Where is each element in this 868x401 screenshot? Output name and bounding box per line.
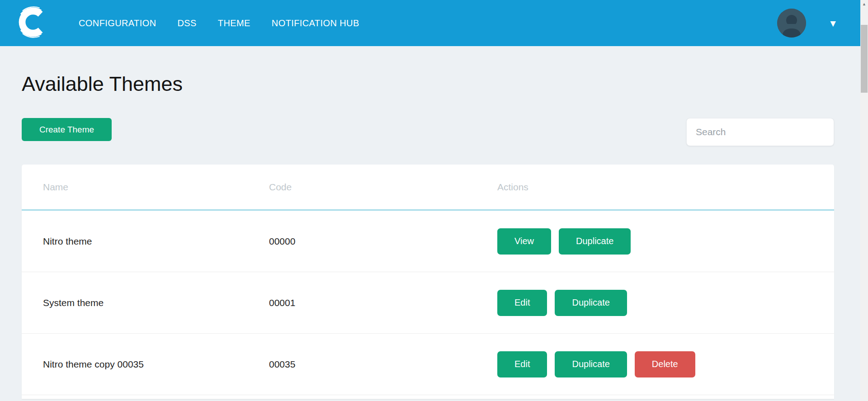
theme-code: 00000 [269,236,497,247]
duplicate-button[interactable]: Duplicate [559,228,631,255]
themes-table: Name Code Actions Nitro theme 00000 View… [22,165,834,399]
view-button[interactable]: View [497,228,551,255]
theme-name: Nitro theme [43,236,269,247]
navbar-right: ▼ [777,9,838,38]
nav-item-notification-hub[interactable]: NOTIFICATION HUB [272,18,359,28]
duplicate-button[interactable]: Duplicate [555,351,627,377]
nav-item-dss[interactable]: DSS [178,18,197,28]
edit-button[interactable]: Edit [497,290,547,316]
edit-button[interactable]: Edit [497,351,547,377]
row-actions: Edit Duplicate [497,290,834,316]
nav-item-theme[interactable]: THEME [218,18,250,28]
vertical-scrollbar[interactable]: ▲ [860,0,868,401]
page-title: Available Themes [22,72,834,96]
row-actions: Edit Duplicate Delete [497,351,834,377]
main-content: Available Themes Create Theme Name Code … [0,72,868,399]
table-row-partial [22,395,834,399]
row-actions: View Duplicate [497,228,834,255]
navbar: CONFIGURATION DSS THEME NOTIFICATION HUB… [0,0,860,46]
table-header-row: Name Code Actions [22,165,834,211]
brand-logo[interactable] [15,5,49,41]
column-header-code: Code [269,182,497,193]
search-input[interactable] [686,118,834,146]
scrollbar-thumb[interactable] [861,25,868,93]
scroll-up-icon[interactable]: ▲ [860,0,868,8]
table-row: Nitro theme 00000 View Duplicate [22,211,834,272]
create-theme-button[interactable]: Create Theme [22,118,112,141]
theme-name: Nitro theme copy 00035 [43,359,269,370]
duplicate-button[interactable]: Duplicate [555,290,627,316]
chevron-down-icon[interactable]: ▼ [828,19,838,28]
table-row: System theme 00001 Edit Duplicate [22,272,834,334]
logo-c-icon [15,4,49,42]
user-avatar[interactable] [777,9,806,38]
column-header-actions: Actions [497,182,834,193]
table-row: Nitro theme copy 00035 00035 Edit Duplic… [22,334,834,395]
toolbar: Create Theme [22,118,834,146]
theme-code: 00001 [269,297,497,308]
delete-button[interactable]: Delete [635,351,695,377]
column-header-name: Name [43,182,269,193]
nav-item-configuration[interactable]: CONFIGURATION [79,18,156,28]
person-icon [777,31,806,38]
theme-name: System theme [43,297,269,308]
main-nav: CONFIGURATION DSS THEME NOTIFICATION HUB [79,18,359,28]
theme-code: 00035 [269,359,497,370]
